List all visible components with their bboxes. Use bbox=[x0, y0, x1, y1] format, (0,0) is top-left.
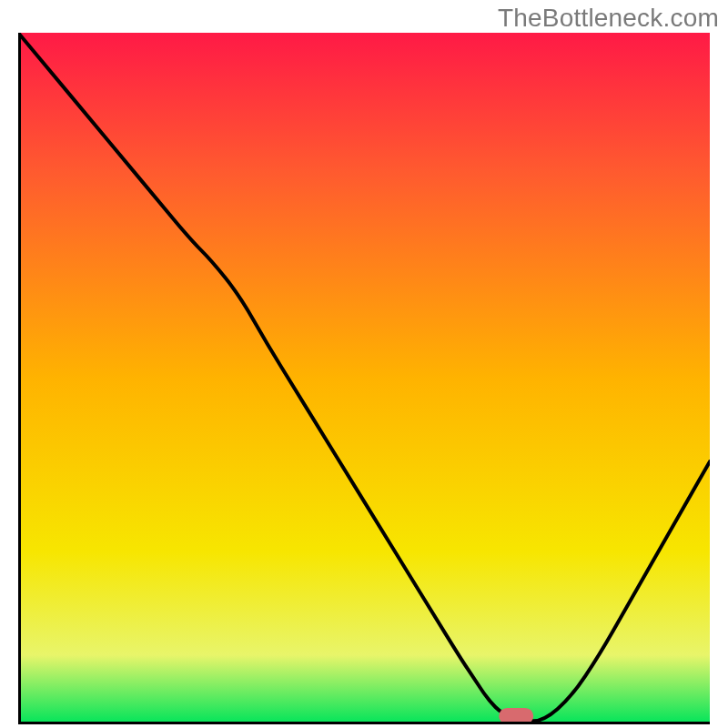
plot-area bbox=[18, 33, 710, 724]
chart-container: TheBottleneck.com bbox=[0, 0, 728, 728]
chart-svg bbox=[18, 33, 710, 724]
gradient-background bbox=[18, 33, 710, 724]
watermark-text: TheBottleneck.com bbox=[498, 4, 719, 33]
